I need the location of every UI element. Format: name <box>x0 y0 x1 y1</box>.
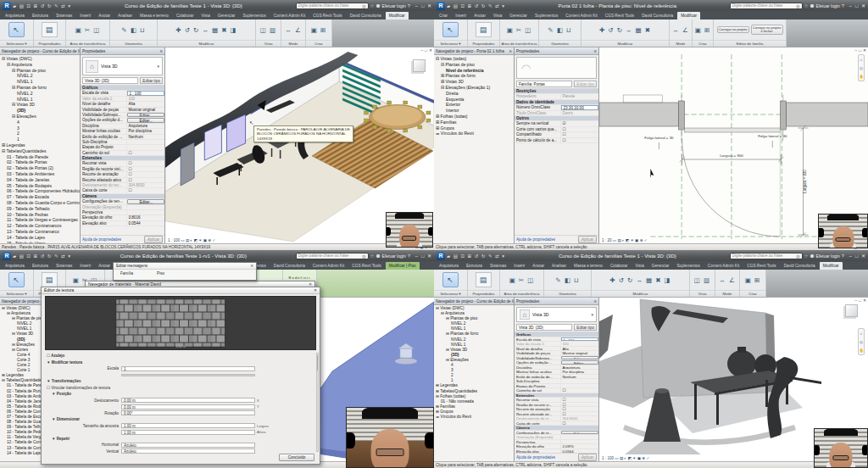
edit-type-button[interactable]: Editar tipo <box>140 77 163 84</box>
user-icon[interactable]: ⚉ <box>810 3 815 8</box>
texture-preview[interactable]: 1,00 m <box>45 296 316 350</box>
ribbon-tab[interactable]: Colaborar <box>607 262 632 270</box>
ribbon-panel[interactable]: ↖ Selecionar ▾ <box>434 270 468 297</box>
ribbon-panel[interactable]: ✚ ↺ ↻ ↔ ▦ ✖ ◨ Modificar <box>158 20 256 47</box>
tree-item[interactable]: Interior <box>434 108 514 114</box>
tree-item[interactable]: 01 - Tabela de Parede <box>0 154 80 160</box>
ribbon-tab[interactable]: Criar <box>436 12 451 20</box>
ribbon-tab[interactable]: Gerenciar <box>506 12 531 20</box>
ribbon-panel[interactable]: ▣ ⊞ Criar <box>693 20 714 47</box>
tree-item[interactable]: ⊞ Vistas 3D <box>434 79 514 85</box>
reference-planes[interactable] <box>599 54 868 239</box>
tree-item[interactable]: 2 <box>0 131 80 136</box>
minimize-button[interactable]: – <box>415 254 418 259</box>
tree-item[interactable]: ⊟ Arquitetura <box>0 62 80 68</box>
ribbon-tab[interactable]: Arquitetura <box>436 262 462 270</box>
ribbon-panel[interactable]: ↖ Selecionar ▾ <box>0 270 34 297</box>
ribbon-tab[interactable]: CGS Revit Tools <box>309 12 345 20</box>
texture-editor-row[interactable]: ▼ Repetir <box>43 436 314 443</box>
tree-item[interactable]: 3 <box>0 125 80 131</box>
close-button[interactable]: ✕ <box>861 3 865 8</box>
tree-item[interactable]: ⊞ Legendas <box>0 142 80 148</box>
favorites-icon[interactable]: ☆ <box>370 3 375 8</box>
quick-access-toolbar[interactable]: ▰ ▤ ⊡ ⊞ ↺ ↻ ✎ ⇄ ▾ <box>13 254 71 259</box>
ribbon-tool-icons[interactable]: ↔ ∠ <box>672 26 688 34</box>
property-row[interactable]: Ponto de cálculo de a... <box>515 138 598 143</box>
ribbon-tab[interactable]: Modificar <box>677 12 700 20</box>
quick-access-toolbar[interactable]: ▰ ▤ ⊡ ⊞ ↺ ↻ ✎ ⇄ ▾ <box>447 254 505 259</box>
type-selector[interactable]: ⌂ Vista 3D ▾ <box>516 307 597 322</box>
wall-left[interactable] <box>599 103 679 126</box>
ribbon-panel[interactable]: ↔ ∠ Medir <box>670 20 693 47</box>
door-panel[interactable] <box>685 128 781 132</box>
texture-editor-row[interactable]: Escala1 <box>43 365 314 372</box>
sign-in-button[interactable]: Efetuar login <box>382 254 406 259</box>
view-control-bar[interactable]: 1 : 100 ▭ ▤ ◐ ◩ ☀ ▣ ⊕ ✓ <box>167 238 216 242</box>
ribbon-tab[interactable]: Sistemas <box>53 262 75 270</box>
ribbon-panel[interactable]: ✚ ↺ ↻ ↔ ▦ ✖ ◨ Modificar <box>592 270 690 297</box>
close-icon[interactable]: ✕ <box>863 48 866 53</box>
texture-editor-row[interactable]: Deslocamento0,00 mX <box>43 398 314 404</box>
tree-item[interactable]: Esquerda <box>434 97 514 103</box>
tree-item[interactable]: ⊟ Vistas 3D <box>0 102 80 108</box>
tree-item[interactable]: ⊟ Plantas de piso <box>434 62 514 68</box>
help-icon[interactable]: ? <box>842 254 844 259</box>
search-icon[interactable]: ◎ <box>362 254 365 259</box>
tree-item[interactable]: 1 <box>0 136 80 142</box>
quick-access-toolbar[interactable]: ▰ ▤ ⊡ ⊞ ↺ ↻ ✎ ⇄ ▾ <box>13 3 71 8</box>
apply-button[interactable]: Aplicar <box>578 236 597 243</box>
ribbon-tool-icons[interactable]: ↖ <box>8 272 25 287</box>
properties-help-link[interactable]: Ajuda de propriedades <box>516 455 555 460</box>
ribbon-tab[interactable]: Content Admin Kit <box>562 12 601 20</box>
texture-editor-row[interactable]: 1,00 mAltura <box>43 429 314 436</box>
favorites-icon[interactable]: ☆ <box>804 3 809 8</box>
ribbon-tab[interactable]: Suplementos <box>531 12 561 20</box>
close-icon[interactable]: ✕ <box>159 49 163 53</box>
edit-type-button[interactable]: Editar tipo <box>574 324 597 331</box>
app-menu-button[interactable]: R <box>437 2 445 10</box>
ribbon-tool-icons[interactable]: ↖ <box>442 22 459 37</box>
float-col-piso[interactable]: Piso <box>157 271 164 276</box>
properties-help-link[interactable]: Ajuda de propriedades <box>82 237 121 242</box>
view-control-bar[interactable]: 1 : 100 ▭ ▤ ◐ ◩ ☀ ▣ ⊕ ✓ <box>601 456 650 460</box>
ribbon-tab[interactable]: Estrutura <box>463 262 486 270</box>
minimize-icon[interactable]: – <box>854 48 857 53</box>
minimize-button[interactable]: – <box>415 3 418 8</box>
tree-item[interactable]: Nível de referência <box>434 68 514 74</box>
ribbon-panel[interactable]: ✎ ◧ ⊔ Geometria <box>544 270 592 297</box>
chevron-down-icon[interactable]: ▾ <box>157 64 159 69</box>
door-jambs[interactable] <box>679 101 787 130</box>
ribbon-tab[interactable]: Suplementos <box>239 12 269 20</box>
tree-item[interactable]: Direita <box>434 91 514 97</box>
tree-item[interactable]: ⊟ Elevações <box>0 114 80 120</box>
ribbon-tool-icons[interactable]: ▤ <box>476 22 492 37</box>
texture-editor-row[interactable]: Tamanho da amostra1,00 mLargura <box>43 423 314 430</box>
texture-editor-row[interactable]: ▼ Posição <box>43 391 314 398</box>
tree-item[interactable]: ⚌ Vínculos do Revit <box>434 415 514 420</box>
tree-item[interactable]: ⚌ Vínculos do Revit <box>434 131 514 136</box>
tree-item[interactable]: NÍVEL 1 <box>0 79 80 85</box>
tree-item[interactable]: 02 - Tabela de Portas (2) <box>0 165 80 171</box>
close-icon[interactable]: ✕ <box>314 288 317 292</box>
tree-item[interactable]: ⊟ Tabelas/Quantidades <box>0 148 80 154</box>
navigation-bar[interactable]: ⌂◎✋ <box>858 328 865 355</box>
load-into-project-button[interactable]: Carregar no projeto <box>717 26 749 33</box>
ribbon-tab[interactable]: Colaborar <box>173 12 198 20</box>
ribbon-tab[interactable]: Content Admin Kit <box>270 12 309 20</box>
ribbon-tab[interactable]: CGS Revit Tools <box>743 262 779 270</box>
close-icon[interactable]: ✕ <box>863 298 866 303</box>
tree-item[interactable]: ⊞ Folhas (todas) <box>434 114 514 120</box>
help-icon[interactable]: ? <box>842 3 844 8</box>
ribbon-tab[interactable]: Vista <box>198 12 214 20</box>
tree-item[interactable]: ⊞ Grupos <box>434 125 514 131</box>
ribbon-tab[interactable]: Estrutura <box>29 262 52 270</box>
ribbon-tab[interactable]: CGS Revit Tools <box>602 12 637 20</box>
ribbon-tab[interactable]: Inserir <box>510 262 528 270</box>
tree-item[interactable]: 06 - Tabela de Componentes Hidráulicos <box>0 188 80 194</box>
tree-item[interactable]: ⊟ Plantas de piso <box>0 68 80 74</box>
minimize-icon[interactable]: – <box>854 298 857 303</box>
ribbon-tab[interactable]: Modificar | Piso <box>386 262 420 270</box>
ribbon-panel[interactable]: ✚ ↺ ↻ ↔ ▦ ✖ Modificar <box>581 20 670 47</box>
search-input[interactable]: Digite palavra-chave ou frase◎ <box>296 3 369 9</box>
texture-editor-row[interactable]: 0,00 mY <box>43 404 314 410</box>
